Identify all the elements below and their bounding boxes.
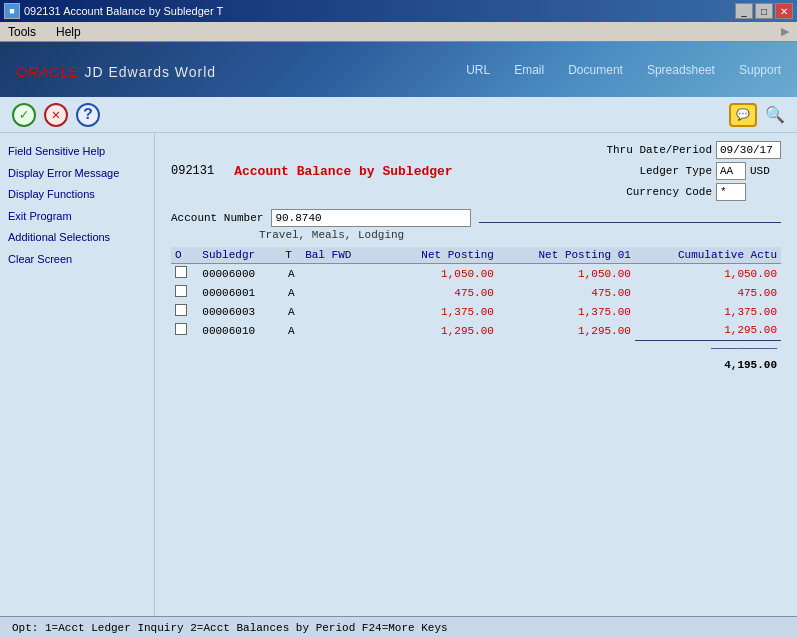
table-header-row: O Subledgr T Bal FWD Net Posting Net Pos… xyxy=(171,247,781,264)
form-header: 092131 Account Balance by Subledger Thru… xyxy=(171,141,781,201)
nav-links: URL Email Document Spreadsheet Support xyxy=(466,63,781,77)
col-cumulative: Cumulative Actu xyxy=(635,247,781,264)
minimize-button[interactable]: _ xyxy=(735,3,753,19)
cell-net-posting: 475.00 xyxy=(375,283,498,302)
col-bal-fwd: Bal FWD xyxy=(301,247,375,264)
table-dash-row: ────────── xyxy=(171,340,781,357)
confirm-button[interactable]: ✓ xyxy=(12,103,36,127)
cell-subledgr: 00006001 xyxy=(198,283,281,302)
cell-net-posting-01: 1,295.00 xyxy=(498,321,635,340)
sidebar-item-additional-selections[interactable]: Additional Selections xyxy=(4,227,150,249)
tools-menu[interactable]: Tools xyxy=(4,24,40,40)
cancel-button[interactable]: ✕ xyxy=(44,103,68,127)
account-description: Travel, Meals, Lodging xyxy=(259,229,781,241)
title-bar: ■ 092131 Account Balance by Subledger T … xyxy=(0,0,797,22)
form-id: 092131 xyxy=(171,164,214,178)
cell-total-value: 4,195.00 xyxy=(635,357,781,373)
cell-net-posting-01: 1,375.00 xyxy=(498,302,635,321)
col-t: T xyxy=(281,247,301,264)
status-text: Opt: 1=Acct Ledger Inquiry 2=Acct Balanc… xyxy=(12,622,448,634)
menu-bar: Tools Help ▶ xyxy=(0,22,797,42)
data-table: O Subledgr T Bal FWD Net Posting Net Pos… xyxy=(171,247,781,373)
nav-email[interactable]: Email xyxy=(514,63,544,77)
col-net-posting: Net Posting xyxy=(375,247,498,264)
sidebar-item-display-functions[interactable]: Display Functions xyxy=(4,184,150,206)
thru-date-input[interactable] xyxy=(716,141,781,159)
main-content: ORACLE JD Edwards World URL Email Docume… xyxy=(0,42,797,638)
search-button[interactable]: 🔍 xyxy=(765,105,785,125)
ledger-currency: USD xyxy=(750,165,770,177)
app-icon: ■ xyxy=(4,3,20,19)
help-button[interactable]: ? xyxy=(76,103,100,127)
ledger-type-input[interactable] xyxy=(716,162,746,180)
ledger-type-row: Ledger Type USD xyxy=(602,162,781,180)
col-opt: O xyxy=(171,247,198,264)
cell-opt xyxy=(171,264,198,284)
table-row[interactable]: 00006010 A 1,295.00 1,295.00 1,295.00 xyxy=(171,321,781,340)
table-row[interactable]: 00006003 A 1,375.00 1,375.00 1,375.00 xyxy=(171,302,781,321)
title-bar-text: 092131 Account Balance by Subledger T xyxy=(24,5,223,17)
currency-code-label: Currency Code xyxy=(602,186,712,198)
cell-opt xyxy=(171,302,198,321)
cell-net-posting: 1,295.00 xyxy=(375,321,498,340)
maximize-button[interactable]: □ xyxy=(755,3,773,19)
cell-subledgr: 00006000 xyxy=(198,264,281,284)
cell-t: A xyxy=(281,302,301,321)
cell-subledgr: 00006010 xyxy=(198,321,281,340)
close-button[interactable]: ✕ xyxy=(775,3,793,19)
chat-button[interactable]: 💬 xyxy=(729,103,757,127)
nav-url[interactable]: URL xyxy=(466,63,490,77)
row-checkbox[interactable] xyxy=(175,266,187,278)
oracle-banner: ORACLE JD Edwards World URL Email Docume… xyxy=(0,42,797,97)
cell-bal-fwd xyxy=(301,283,375,302)
form-area: 092131 Account Balance by Subledger Thru… xyxy=(155,133,797,616)
cell-cumulative: 475.00 xyxy=(635,283,781,302)
cell-t: A xyxy=(281,321,301,340)
nav-spreadsheet[interactable]: Spreadsheet xyxy=(647,63,715,77)
cell-subledgr: 00006003 xyxy=(198,302,281,321)
currency-code-row: Currency Code xyxy=(602,183,781,201)
cell-net-posting: 1,375.00 xyxy=(375,302,498,321)
col-net-posting-01: Net Posting 01 xyxy=(498,247,635,264)
cell-net-posting-01: 475.00 xyxy=(498,283,635,302)
account-number-row: Account Number xyxy=(171,209,781,227)
row-checkbox[interactable] xyxy=(175,304,187,316)
scroll-right: ▶ xyxy=(97,25,789,38)
oracle-logo: ORACLE JD Edwards World xyxy=(16,57,216,83)
thru-date-label: Thru Date/Period xyxy=(602,144,712,156)
row-checkbox[interactable] xyxy=(175,285,187,297)
cell-total-dash: ────────── xyxy=(635,340,781,357)
table-row[interactable]: 00006001 A 475.00 475.00 475.00 xyxy=(171,283,781,302)
cell-net-posting-01: 1,050.00 xyxy=(498,264,635,284)
cell-cumulative: 1,375.00 xyxy=(635,302,781,321)
account-number-input[interactable] xyxy=(271,209,471,227)
sidebar-item-display-error-message[interactable]: Display Error Message xyxy=(4,163,150,185)
cell-cumulative: 1,295.00 xyxy=(635,321,781,340)
cell-bal-fwd xyxy=(301,302,375,321)
account-number-label: Account Number xyxy=(171,212,263,224)
cell-t: A xyxy=(281,283,301,302)
row-checkbox[interactable] xyxy=(175,323,187,335)
status-bar: Opt: 1=Acct Ledger Inquiry 2=Acct Balanc… xyxy=(0,616,797,638)
cell-opt xyxy=(171,283,198,302)
sidebar-item-field-sensitive-help[interactable]: Field Sensitive Help xyxy=(4,141,150,163)
cell-net-posting: 1,050.00 xyxy=(375,264,498,284)
table-row[interactable]: 00006000 A 1,050.00 1,050.00 1,050.00 xyxy=(171,264,781,284)
cell-bal-fwd xyxy=(301,264,375,284)
cell-t: A xyxy=(281,264,301,284)
form-title: Account Balance by Subledger xyxy=(234,164,452,179)
cell-opt xyxy=(171,321,198,340)
currency-code-input[interactable] xyxy=(716,183,746,201)
cell-bal-fwd xyxy=(301,321,375,340)
toolbar: ✓ ✕ ? 💬 🔍 xyxy=(0,97,797,133)
col-subledgr: Subledgr xyxy=(198,247,281,264)
nav-document[interactable]: Document xyxy=(568,63,623,77)
help-menu[interactable]: Help xyxy=(52,24,85,40)
thru-date-row: Thru Date/Period xyxy=(602,141,781,159)
table-total-row: 4,195.00 xyxy=(171,357,781,373)
sidebar: Field Sensitive Help Display Error Messa… xyxy=(0,133,155,616)
cell-cumulative: 1,050.00 xyxy=(635,264,781,284)
sidebar-item-exit-program[interactable]: Exit Program xyxy=(4,206,150,228)
sidebar-item-clear-screen[interactable]: Clear Screen xyxy=(4,249,150,271)
nav-support[interactable]: Support xyxy=(739,63,781,77)
